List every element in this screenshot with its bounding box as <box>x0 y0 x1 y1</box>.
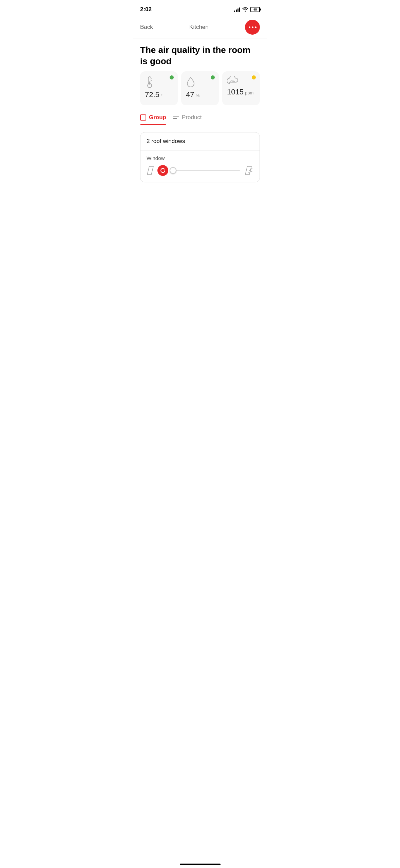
co2-icon: CO₂ <box>227 76 255 86</box>
temperature-card: 72.5° <box>140 71 178 105</box>
co2-value: 1015ppm <box>227 88 255 96</box>
wifi-icon <box>242 7 248 13</box>
more-menu-button[interactable] <box>245 20 260 35</box>
window-closed-icon <box>147 166 154 175</box>
refresh-button[interactable] <box>157 165 168 176</box>
tab-group[interactable]: Group <box>140 114 166 125</box>
status-bar: 2:02 45 <box>133 0 267 17</box>
slider-thumb[interactable] <box>170 167 176 174</box>
more-dots-icon <box>249 26 256 28</box>
tab-product-label: Product <box>182 114 202 121</box>
page-heading: The air quality in the room is good <box>133 38 267 71</box>
temperature-status-dot <box>170 75 174 79</box>
status-time: 2:02 <box>140 6 152 13</box>
status-icons: 45 <box>234 7 260 13</box>
co2-status-dot <box>252 75 256 79</box>
window-open-icon <box>245 166 253 175</box>
group-tab-icon <box>140 114 146 121</box>
group-body: Window <box>140 150 260 182</box>
humidity-icon <box>186 76 214 88</box>
window-slider[interactable] <box>173 170 240 171</box>
svg-text:CO₂: CO₂ <box>230 80 235 83</box>
tab-bar: Group Product <box>133 112 267 125</box>
tab-group-label: Group <box>149 114 166 121</box>
window-label: Window <box>147 155 253 161</box>
group-section: 2 roof windows Window <box>140 132 260 182</box>
humidity-value: 47% <box>186 90 214 99</box>
battery-icon: 45 <box>250 7 260 12</box>
co2-card: CO₂ 1015ppm <box>222 71 260 105</box>
back-button[interactable]: Back <box>140 24 153 31</box>
humidity-card: 47% <box>181 71 219 105</box>
group-header: 2 roof windows <box>140 132 260 150</box>
humidity-status-dot <box>211 75 215 79</box>
window-slider-row <box>147 165 253 176</box>
sensor-cards: 72.5° 47% CO₂ 1015ppm <box>133 71 267 112</box>
product-tab-icon <box>173 116 179 119</box>
nav-bar: Back Kitchen <box>133 17 267 38</box>
nav-title: Kitchen <box>189 24 209 31</box>
tab-product[interactable]: Product <box>173 114 202 125</box>
temperature-value: 72.5° <box>145 90 173 99</box>
signal-icon <box>234 7 240 12</box>
thermometer-icon <box>145 76 173 88</box>
